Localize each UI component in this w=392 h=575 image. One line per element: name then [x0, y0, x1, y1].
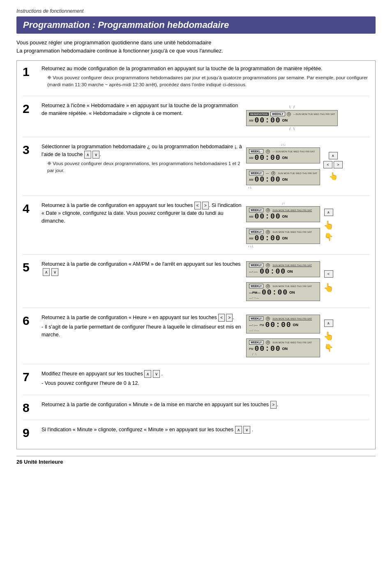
step-4-content: Retournez à la partie de configuration e… [42, 202, 242, 227]
step-7-number: 7 [23, 371, 37, 383]
step3-lcd1: WEEKL↑ ① — SUN MON TUE WED THU FRI SAT A… [246, 147, 320, 163]
step-6-content: Retournez à la partie de configuration «… [42, 314, 242, 340]
step6-lcd2: WEEKLY ② SUN MON TUE WED THU FRI SAT PM … [246, 338, 320, 357]
step-3-note: ❈ Vous pouvez configurer deux programmat… [42, 160, 242, 175]
right-btn-8[interactable]: > [270, 401, 277, 409]
main-content: 1 Retournez au mode configuration de la … [16, 60, 376, 449]
hand-icon-6b: 👇 [324, 343, 333, 352]
step-5-displays: WEEKLY ② SUN MON TUE WED THU FRI SAT —↑↓… [246, 260, 369, 302]
step-9-number: 9 [23, 427, 37, 439]
step-6-displays: WEEKLY ② SUN MON TUE WED THU FRI SAT —↑↓… [246, 314, 369, 358]
hand-icon-6a: 👆 [323, 331, 334, 341]
down-btn-3[interactable]: ∨ [92, 151, 99, 159]
left-btn-6[interactable]: < [218, 314, 225, 322]
up-btn-5[interactable]: ∧ [43, 268, 50, 276]
weekly-tag-6a: WEEKLY [249, 316, 263, 321]
reservation-label: RESERVATION [249, 113, 269, 116]
step-6: 6 Retournez à la partie de configuration… [23, 314, 369, 364]
step-8-text: Retournez à la partie de configuration «… [42, 401, 369, 409]
step-9-text: Si l'indication « Minute » clignote, con… [42, 426, 369, 434]
down-btn-9[interactable]: ∨ [243, 426, 250, 434]
right-arrow-btn[interactable]: > [334, 161, 343, 168]
up-arrow-btn[interactable]: ∧ [329, 152, 338, 159]
step-1-number: 1 [23, 66, 37, 78]
step5-lcd2: WEEKLY ② SUN MON TUE WED THU FRI SAT —PM… [246, 282, 320, 301]
step-5-text: Retournez à la partie de configuration «… [42, 260, 242, 276]
up-arrow-btn-4[interactable]: ∧ [324, 209, 333, 216]
hand-icon-5: 👆 [323, 283, 334, 292]
up-btn-3[interactable]: ∧ [84, 151, 91, 159]
step2-lcd: RESERVATION WEEKLY ① —SUN MON TUE WED TH… [246, 110, 338, 126]
days-2: —SUN MON TUE WED THU FRI SAT [293, 113, 335, 115]
intro-line2: La programmation hebdomadaire continue à… [16, 47, 376, 55]
step-3-text: Sélectionner la programmation hebdomadai… [42, 143, 242, 159]
step3-controls: ∧ < > 👆 [323, 152, 343, 181]
page-title: Programmation : Programmation hebdomadai… [23, 20, 369, 30]
step6-lcd1: WEEKLY ② SUN MON TUE WED THU FRI SAT —↑↓… [246, 315, 320, 334]
up-arrow-btn-6[interactable]: ∧ [324, 320, 333, 327]
page-footer: 26 Unité Interieure [16, 456, 376, 465]
step4-controls: ∧ 👆 👇 [323, 209, 334, 242]
step-8-number: 8 [23, 402, 37, 414]
hand-icon-3: 👆 [329, 172, 338, 181]
up-btn-9[interactable]: ∧ [235, 426, 242, 434]
weekly-tag-3a: WEEKL↑ [249, 149, 263, 154]
weekly-tag-5b: WEEKLY [249, 284, 263, 288]
left-arrow-btn-5[interactable]: < [324, 270, 333, 278]
weekly-tag-5a: WEEKLY [249, 263, 263, 267]
intro-line1: Vous pouvez régler une programmation quo… [16, 39, 376, 47]
step-2-display: \ / RESERVATION WEEKLY ① —SUN MON TUE WE… [246, 102, 369, 131]
step-1-text: Retournez au mode configuration de la pr… [42, 65, 369, 73]
weekly-tag-4a: WEEKLY [249, 208, 263, 212]
down-btn-5[interactable]: ∨ [51, 268, 58, 276]
step-1-content: Retournez au mode configuration de la pr… [42, 65, 369, 90]
step-4-text: Retournez à la partie de configuration e… [42, 202, 242, 225]
step-6-text2: - Il s'agit de la partie permettant de c… [42, 323, 242, 339]
step5-controls: < 👆 [323, 270, 334, 292]
down-btn-7[interactable]: ∨ [153, 370, 160, 378]
step-3-displays: ↓↑↓ WEEKL↑ ① — SUN MON TUE WED THU FRI S… [246, 143, 369, 190]
step-7-text2: - Vous pouvez configurer l'heure de 0 à … [42, 380, 369, 387]
step-6-number: 6 [23, 315, 37, 327]
step-1-note: ❈ Vous pouvez configurer deux programmat… [42, 74, 369, 89]
step-9-content: Si l'indication « Minute » clignote, con… [42, 426, 369, 435]
weekly-tag-3b: WEEKLY [249, 171, 263, 175]
right-btn-4[interactable]: > [202, 202, 209, 209]
step-7: 7 Modifiez l'heure en appuyant sur les t… [23, 370, 369, 395]
step-4-number: 4 [23, 202, 37, 215]
step-5: 5 Retournez à la partie de configuration… [23, 260, 369, 308]
step-3-number: 3 [23, 144, 37, 156]
step-8-content: Retournez à la partie de configuration «… [42, 401, 369, 410]
step-2-number: 2 [23, 103, 37, 115]
step-8: 8 Retournez à la partie de configuration… [23, 401, 369, 420]
on-2: ON [282, 118, 288, 122]
step-7-text: Modifiez l'heure en appuyant sur les tou… [42, 370, 369, 378]
step5-lcd1: WEEKLY ② SUN MON TUE WED THU FRI SAT —↑↓… [246, 261, 320, 277]
time-2: 00:00 [255, 116, 281, 124]
right-btn-6[interactable]: > [226, 314, 233, 322]
step-6-text: Retournez à la partie de configuration «… [42, 314, 242, 322]
hand-icon-4b: 👇 [324, 232, 333, 242]
step-1: 1 Retournez au mode configuration de la … [23, 65, 369, 96]
up-btn-7[interactable]: ∧ [144, 370, 151, 378]
step-4: 4 Retournez à la partie de configuration… [23, 202, 369, 255]
page-title-box: Programmation : Programmation hebdomadai… [16, 16, 376, 34]
step-7-content: Modifiez l'heure en appuyant sur les tou… [42, 370, 369, 389]
step3-lcd2: WEEKLY — ② SUN MON TUE WED THU FRI SAT A… [246, 169, 320, 185]
step-5-content: Retournez à la partie de configuration «… [42, 260, 242, 278]
intro-block: Vous pouvez régler une programmation quo… [16, 39, 376, 55]
step4-lcd2: WEEKLY ② SUN MON TUE WED THU FRI SAT AM … [246, 228, 320, 244]
step4-lcd1: WEEKLY ② SUN MON TUE WED THU FRI SAT AM … [246, 206, 320, 222]
step-3: 3 Sélectionner la programmation hebdomad… [23, 143, 369, 196]
weekly-tag-4b: WEEKLY [249, 230, 263, 234]
weekly-tag-2: WEEKLY [270, 112, 285, 116]
am-label-2: AM [249, 119, 254, 122]
weekly-tag-6b: WEEKLY [249, 340, 263, 345]
step-2-content: Retournez à l'icône « Hebdomadaire » en … [42, 102, 242, 119]
step-3-content: Sélectionner la programmation hebdomadai… [42, 143, 242, 176]
step-5-number: 5 [23, 261, 37, 274]
left-btn-4[interactable]: < [194, 202, 201, 209]
left-arrow-btn[interactable]: < [323, 161, 332, 168]
step-9: 9 Si l'indication « Minute » clignote, c… [23, 426, 369, 445]
step-4-displays: ↓↑ WEEKLY ② SUN MON TUE WED THU FRI SAT … [246, 202, 369, 248]
